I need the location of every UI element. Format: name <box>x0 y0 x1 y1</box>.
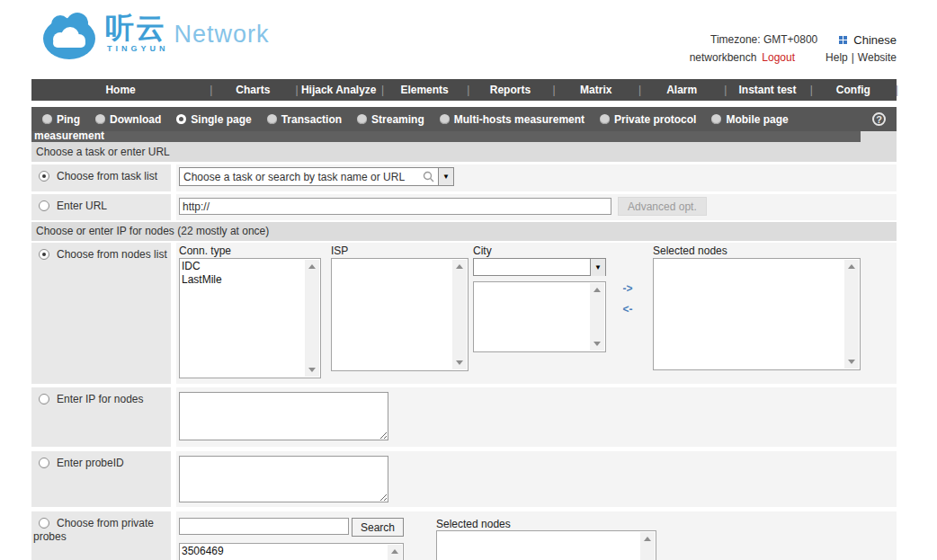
nav-item-hijack-analyze[interactable]: Hijack Analyze <box>297 84 381 96</box>
logo: 听云 TINGYUN Network <box>40 13 270 61</box>
row-choose-task: Choose from task list Choose a task or s… <box>31 164 897 191</box>
cloud-logo-icon <box>40 13 98 61</box>
radio-selected-icon <box>176 114 186 124</box>
header-divider: | <box>852 51 854 64</box>
help-link[interactable]: Help <box>825 51 848 64</box>
radio-icon <box>42 114 52 124</box>
list-item[interactable]: 3506469 <box>182 545 387 558</box>
scrollbar[interactable] <box>305 260 319 377</box>
nav-item-config[interactable]: Config <box>811 84 896 96</box>
task-dropdown-button[interactable]: ▼ <box>438 168 453 185</box>
private-probes-label: Choose from private probes <box>33 517 154 543</box>
private-selected-listbox[interactable] <box>436 530 656 560</box>
nav-item-charts[interactable]: Charts <box>210 84 295 96</box>
private-selected-nodes-label: Selected nodes <box>436 518 511 530</box>
help-question-icon[interactable]: ? <box>872 112 886 126</box>
username-label: networkbench <box>690 51 757 64</box>
nav-item-alarm[interactable]: Alarm <box>639 84 724 96</box>
private-probes-listbox[interactable]: 3506469 3235486 <box>179 543 404 560</box>
tab-ping[interactable]: Ping <box>42 113 80 126</box>
main-nav: Home| Charts| Hijack Analyze| Elements| … <box>31 79 897 101</box>
language-link[interactable]: Chinese <box>853 33 897 47</box>
list-item[interactable]: IDC <box>182 260 304 273</box>
tab-multi-hosts[interactable]: Multi-hosts measurement <box>440 113 585 126</box>
scrollbar[interactable] <box>452 260 467 369</box>
scroll-up-icon[interactable] <box>456 264 463 269</box>
tab-private-protocol[interactable]: Private protocol <box>600 113 696 126</box>
enter-url-radio[interactable] <box>39 200 49 211</box>
selected-nodes-label: Selected nodes <box>653 244 861 257</box>
probe-search-input[interactable] <box>179 518 349 535</box>
choose-nodes-label: Choose from nodes list <box>57 248 167 261</box>
scroll-up-icon[interactable] <box>593 288 601 292</box>
section-header-nodes: Choose or enter IP for nodes (22 mostly … <box>31 222 897 241</box>
scrollbar[interactable] <box>590 283 604 351</box>
clipped-title-text: measurement <box>34 131 861 142</box>
conn-type-label: Conn. type <box>179 244 321 257</box>
move-right-button[interactable]: -> <box>617 282 638 295</box>
row-enter-ip: Enter IP for nodes <box>31 387 897 447</box>
radio-icon <box>357 114 367 124</box>
probeid-textarea[interactable] <box>179 456 388 502</box>
row-choose-nodes: Choose from nodes list Conn. type IDC La… <box>31 243 897 384</box>
city-dropdown-button[interactable]: ▼ <box>590 259 605 276</box>
enter-url-label: Enter URL <box>57 200 107 212</box>
private-probes-radio[interactable] <box>39 518 49 529</box>
enter-probeid-label: Enter probeID <box>57 457 124 469</box>
scroll-up-icon[interactable] <box>848 264 855 269</box>
enter-ip-label: Enter IP for nodes <box>57 393 144 405</box>
logo-network-text: Network <box>174 21 270 49</box>
nav-item-elements[interactable]: Elements <box>382 84 467 96</box>
scroll-down-icon[interactable] <box>456 360 463 365</box>
radio-icon <box>440 114 450 124</box>
enter-probeid-radio[interactable] <box>39 458 49 468</box>
probe-search-button[interactable]: Search <box>352 518 404 537</box>
scrollbar[interactable] <box>640 532 655 560</box>
tab-transaction[interactable]: Transaction <box>267 113 342 126</box>
list-item[interactable]: LastMile <box>182 273 304 287</box>
selected-nodes-listbox[interactable] <box>653 258 861 370</box>
tab-streaming[interactable]: Streaming <box>357 113 424 126</box>
conn-type-listbox[interactable]: IDC LastMile <box>179 258 321 378</box>
tab-download[interactable]: Download <box>95 113 161 126</box>
scrollbar[interactable] <box>844 260 859 369</box>
move-left-button[interactable]: <- <box>617 303 638 316</box>
tab-mobile-page[interactable]: Mobile page <box>711 113 788 126</box>
nav-item-instant-test[interactable]: Instant test <box>725 84 809 96</box>
logo-chinese-text: 听云 <box>105 13 169 43</box>
radio-icon <box>711 114 721 124</box>
ip-textarea[interactable] <box>179 392 388 440</box>
language-grid-icon <box>839 36 847 44</box>
scroll-up-icon[interactable] <box>308 264 316 269</box>
scroll-up-icon[interactable] <box>391 549 398 554</box>
choose-task-radio[interactable] <box>39 171 49 182</box>
clipped-title-strip: measurement <box>31 131 897 142</box>
row-enter-probeid: Enter probeID <box>31 451 897 507</box>
city-label: City <box>473 244 606 257</box>
tab-single-page[interactable]: Single page <box>176 113 251 126</box>
choose-task-label: Choose from task list <box>57 170 157 182</box>
measurement-type-bar: Ping Download Single page Transaction St… <box>31 107 897 131</box>
scroll-up-icon[interactable] <box>644 537 651 541</box>
city-select[interactable]: ▼ <box>473 258 606 276</box>
advanced-options-button[interactable]: Advanced opt. <box>618 197 707 216</box>
scrollbar[interactable] <box>388 545 402 560</box>
task-combobox[interactable]: Choose a task or search by task name or … <box>179 167 454 186</box>
nav-item-matrix[interactable]: Matrix <box>554 84 638 96</box>
scroll-down-icon[interactable] <box>308 368 316 372</box>
url-input[interactable] <box>179 198 611 215</box>
radio-icon <box>95 114 105 124</box>
isp-listbox[interactable] <box>331 258 468 371</box>
city-listbox[interactable] <box>473 281 606 352</box>
enter-ip-radio[interactable] <box>39 394 49 404</box>
scroll-down-icon[interactable] <box>848 360 855 364</box>
radio-icon <box>267 114 277 124</box>
page: 听云 TINGYUN Network Timezone: GMT+0800 Ch… <box>0 0 937 560</box>
choose-nodes-radio[interactable] <box>39 249 49 260</box>
isp-label: ISP <box>331 244 468 257</box>
logout-link[interactable]: Logout <box>762 51 795 64</box>
scroll-down-icon[interactable] <box>593 342 601 346</box>
nav-item-home[interactable]: Home <box>31 84 210 96</box>
website-link[interactable]: Website <box>858 51 897 64</box>
nav-item-reports[interactable]: Reports <box>468 84 552 96</box>
